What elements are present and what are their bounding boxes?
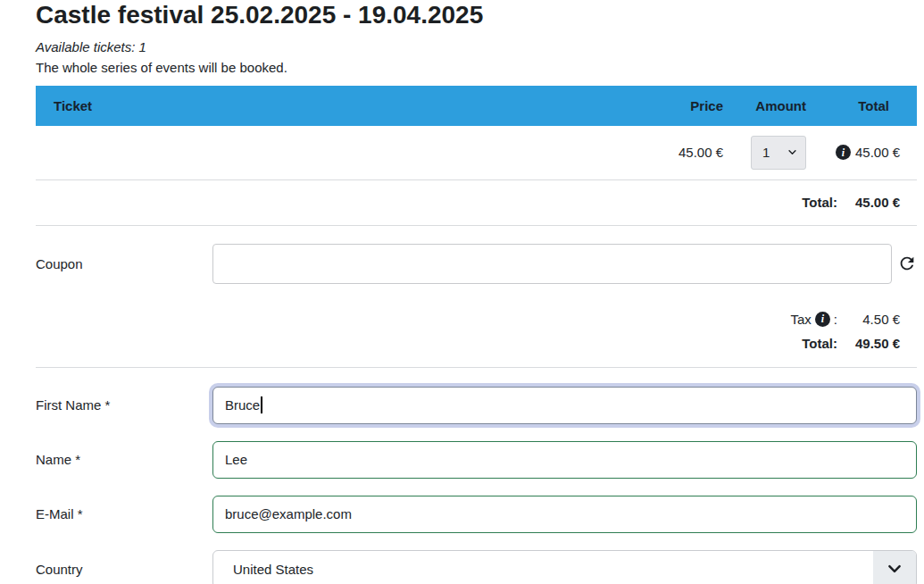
col-header-amount: Amount	[723, 98, 806, 113]
name-input[interactable]	[212, 441, 917, 479]
country-label: Country	[36, 562, 212, 577]
info-icon[interactable]: i	[836, 145, 851, 160]
booking-page: Castle festival 25.02.2025 - 19.04.2025 …	[0, 0, 924, 584]
refresh-icon[interactable]	[894, 254, 917, 273]
tax-row: Tax i : 4.50 €	[36, 307, 917, 331]
country-select[interactable]: United States	[212, 550, 917, 584]
series-note: The whole series of events will be booke…	[36, 60, 917, 75]
form-row-country: Country United States	[36, 550, 917, 584]
first-name-input[interactable]: Bruce	[212, 387, 917, 424]
form-row-email: E-Mail *	[36, 496, 917, 533]
form-row-name: Name *	[36, 441, 917, 479]
email-label: E-Mail *	[36, 506, 212, 521]
table-total-row: Total: 45.00 €	[36, 180, 917, 226]
chevron-down-icon	[787, 147, 797, 157]
available-tickets-text: Available tickets: 1	[36, 39, 917, 54]
tax-label: Tax	[790, 312, 811, 327]
text-caret	[261, 396, 262, 413]
table-total-label: Total:	[802, 195, 837, 210]
grand-total-label: Total:	[802, 336, 837, 351]
tax-value: 4.50 €	[837, 312, 900, 327]
col-header-ticket: Ticket	[54, 98, 643, 113]
summary-section: Tax i : 4.50 € Total: 49.50 €	[36, 307, 917, 355]
coupon-input[interactable]	[212, 244, 892, 284]
col-header-price: Price	[643, 98, 723, 113]
chevron-down-icon	[873, 551, 916, 584]
grand-total-row: Total: 49.50 €	[36, 331, 917, 355]
coupon-summary-section: Coupon Tax i : 4.50 € Total: 49.50 €	[36, 226, 917, 368]
customer-form: First Name * Bruce Name * E-Mail * Count…	[36, 368, 917, 584]
country-selected-value: United States	[213, 562, 873, 577]
ticket-row: 45.00 € 1 i 45.00 €	[36, 126, 917, 180]
form-row-first-name: First Name * Bruce	[36, 387, 917, 424]
table-total-value: 45.00 €	[837, 195, 900, 210]
amount-selected-value: 1	[762, 145, 770, 160]
ticket-price: 45.00 €	[643, 145, 723, 160]
ticket-row-total: 45.00 €	[855, 145, 900, 160]
coupon-row: Coupon	[36, 244, 917, 284]
grand-total-value: 49.50 €	[837, 336, 900, 351]
col-header-total: Total	[806, 98, 900, 113]
amount-select[interactable]: 1	[751, 136, 806, 170]
coupon-label: Coupon	[36, 256, 212, 271]
ticket-table-header: Ticket Price Amount Total	[36, 86, 917, 126]
first-name-value: Bruce	[225, 397, 260, 413]
email-input[interactable]	[212, 496, 917, 533]
info-icon[interactable]: i	[815, 312, 830, 327]
page-title: Castle festival 25.02.2025 - 19.04.2025	[36, 2, 917, 29]
ticket-table: Ticket Price Amount Total 45.00 € 1 i 45…	[36, 86, 917, 226]
first-name-label: First Name *	[36, 397, 212, 413]
name-label: Name *	[36, 452, 212, 467]
